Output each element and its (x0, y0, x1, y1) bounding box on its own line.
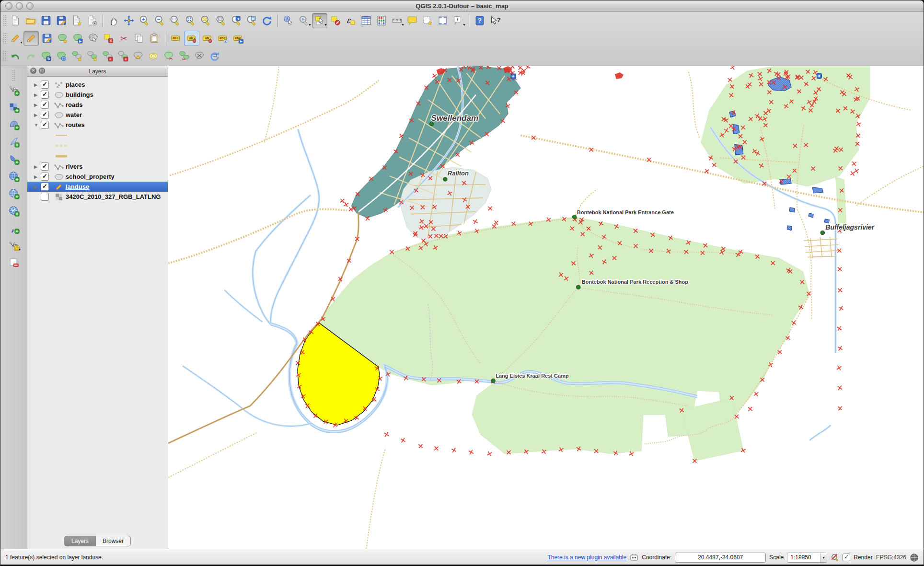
redo-button[interactable] (23, 49, 38, 63)
dropdown-arrow-icon[interactable]: ▼ (20, 41, 23, 44)
select-features-button[interactable]: ▼ (312, 13, 327, 28)
layer-visibility-checkbox[interactable]: ✓ (41, 91, 49, 99)
dropdown-arrow-icon[interactable]: ▼ (18, 248, 22, 251)
add-wcs-layer-button[interactable] (7, 186, 21, 201)
crs-globe-icon[interactable] (910, 553, 919, 562)
layer-visibility-checkbox[interactable]: ✓ (41, 121, 49, 129)
layer-labeling-options-button[interactable]: abc (169, 31, 183, 46)
expand-icon[interactable]: ▶ (34, 113, 41, 117)
symbology-swatch-thin[interactable] (27, 130, 168, 140)
scale-dropdown-icon[interactable]: ▼ (820, 553, 827, 562)
layer-visibility-checkbox[interactable]: ✓ (41, 111, 49, 119)
layer-visibility-checkbox[interactable]: ✓ (41, 101, 49, 109)
map-tips-button[interactable] (405, 13, 419, 28)
simplify-feature-button[interactable] (54, 49, 69, 63)
layer-visibility-checkbox[interactable]: ✓ (41, 183, 49, 191)
dropdown-arrow-icon[interactable]: ▼ (324, 23, 327, 26)
panel-tab-layers[interactable]: Layers (64, 536, 96, 546)
zoom-full-extent-button[interactable] (183, 13, 197, 28)
add-feature-button[interactable] (55, 31, 69, 46)
show-hide-labels-button[interactable]: abc (216, 31, 230, 46)
expand-icon[interactable]: ▶ (34, 92, 41, 97)
title-bar[interactable]: QGIS 2.0.1-Dufour – basic_map (0, 0, 924, 12)
run-feature-action-button[interactable]: ▼ (297, 13, 311, 28)
deselect-features-button[interactable] (328, 13, 343, 28)
layer-visibility-checkbox[interactable]: ✓ (41, 162, 49, 171)
open-attribute-table-button[interactable] (359, 13, 373, 28)
map-canvas[interactable]: SwellendamRailtonBontebok National Park … (168, 66, 924, 549)
add-spatialite-layer-button[interactable] (7, 135, 21, 149)
layer-item-school_property[interactable]: ▶✓school_property (27, 172, 168, 182)
zoom-to-selection-button[interactable] (198, 13, 213, 28)
add-part-button[interactable] (85, 49, 99, 63)
symbology-swatch-dashed[interactable] (27, 140, 168, 151)
expand-icon[interactable]: ▶ (34, 185, 41, 189)
plugin-icon[interactable] (630, 553, 638, 562)
paste-features-button[interactable] (147, 31, 162, 46)
move-feature-button[interactable]: ▶ (70, 31, 85, 46)
move-label-button[interactable]: abc▶ (231, 31, 245, 46)
refresh-map-button[interactable] (260, 13, 274, 28)
save-layer-edits-button[interactable] (40, 31, 54, 46)
field-calculator-button[interactable] (374, 13, 389, 28)
composer-manager-button[interactable] (85, 13, 99, 28)
layer-item-routes[interactable]: ▼✓routes (27, 120, 168, 130)
copy-features-button[interactable] (132, 31, 146, 46)
layer-item-3420C_2010_327_RGB_LATLNG[interactable]: 3420C_2010_327_RGB_LATLNG (27, 192, 168, 202)
cut-features-button[interactable]: ✂ (116, 31, 131, 46)
toolbar-grip[interactable] (12, 70, 15, 81)
layer-item-rivers[interactable]: ▶✓rivers (27, 162, 168, 172)
zoom-next-button[interactable]: ▶ (244, 13, 259, 28)
panel-detach-icon[interactable]: ◱ (39, 68, 45, 74)
delete-selected-button[interactable]: × (101, 31, 116, 46)
select-by-expression-button[interactable]: ε (344, 13, 358, 28)
toggle-editing-button[interactable] (23, 31, 39, 46)
close-window-button[interactable] (5, 2, 12, 10)
merge-features-button[interactable] (192, 49, 207, 63)
text-annotation-button[interactable]: T▼ (451, 13, 465, 28)
dropdown-arrow-icon[interactable]: ▼ (308, 23, 312, 26)
symbology-swatch-thick[interactable] (27, 151, 168, 162)
help-contents-button[interactable]: ? (473, 13, 487, 28)
add-wms-layer-button[interactable] (7, 169, 21, 184)
measure-line-button[interactable]: ▼ (390, 13, 404, 28)
delete-ring-button[interactable]: × (100, 49, 115, 63)
rotate-point-symbols-button[interactable] (208, 49, 222, 63)
expand-icon[interactable]: ▶ (34, 82, 41, 87)
expand-icon[interactable]: ▶ (34, 103, 41, 107)
save-project-button[interactable] (39, 13, 53, 28)
layer-item-roads[interactable]: ▶✓roads (27, 100, 168, 110)
zoom-window-button[interactable] (26, 2, 34, 10)
current-edits-button[interactable]: ▼ (8, 31, 23, 46)
add-mssql-layer-button[interactable] (7, 152, 21, 166)
layer-item-landuse[interactable]: ▶✓landuse (27, 182, 168, 192)
add-vector-layer-button[interactable] (7, 83, 21, 97)
toolbar-grip[interactable] (3, 15, 6, 26)
pan-to-selection-button[interactable] (122, 13, 136, 28)
toolbar-grip[interactable] (3, 33, 6, 44)
zoom-out-button[interactable]: − (152, 13, 167, 28)
node-tool-button[interactable] (86, 31, 100, 46)
zoom-in-button[interactable]: + (137, 13, 151, 28)
panel-close-icon[interactable]: ✕ (30, 68, 36, 74)
add-ring-button[interactable] (69, 49, 84, 63)
zoom-last-button[interactable]: ◀ (229, 13, 243, 28)
undo-button[interactable] (8, 49, 23, 63)
window-controls[interactable] (5, 2, 34, 10)
new-plugin-link[interactable]: There is a new plugin available (547, 554, 626, 561)
label-pin-unpin-button[interactable]: ab (184, 31, 199, 46)
layer-item-water[interactable]: ▶✓water (27, 110, 168, 120)
layer-visibility-checkbox[interactable]: ✓ (41, 81, 49, 89)
add-wfs-layer-button[interactable] (7, 204, 21, 218)
scale-combo[interactable]: 1:19950 ▼ (787, 553, 827, 563)
dropdown-arrow-icon[interactable]: ▼ (401, 23, 404, 26)
add-postgis-layer-button[interactable] (7, 117, 21, 132)
new-shapefile-layer-button[interactable]: ▼ (7, 238, 21, 253)
delete-part-button[interactable]: × (116, 49, 130, 63)
expand-icon[interactable]: ▶ (34, 174, 41, 179)
reshape-features-button[interactable] (131, 49, 145, 63)
pan-map-button[interactable] (106, 13, 121, 28)
layer-visibility-checkbox[interactable] (41, 193, 49, 201)
show-bookmarks-button[interactable] (436, 13, 450, 28)
open-project-button[interactable] (23, 13, 38, 28)
